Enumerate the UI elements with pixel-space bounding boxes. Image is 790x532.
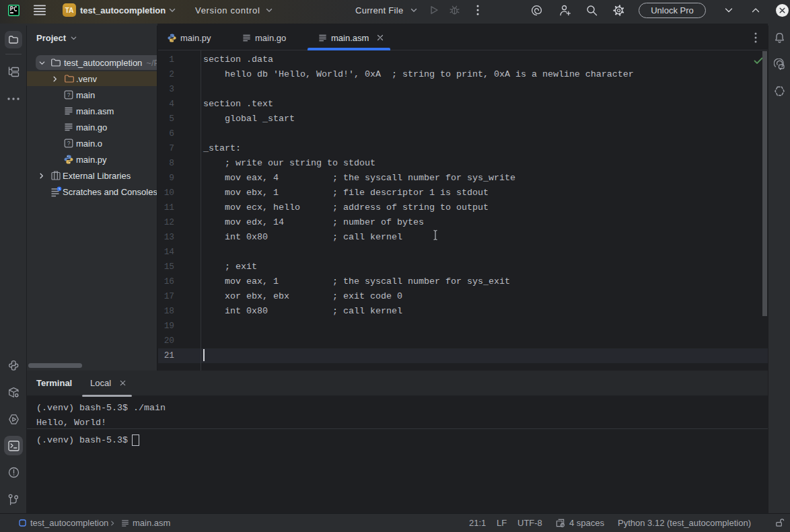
svg-text:?: ? (67, 91, 71, 98)
svg-text:?: ? (67, 140, 71, 147)
